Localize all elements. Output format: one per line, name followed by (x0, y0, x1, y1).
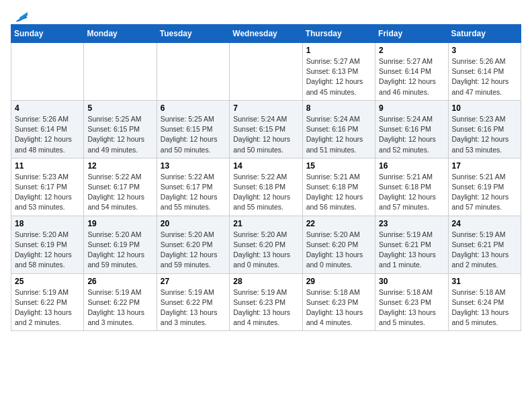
calendar-table: SundayMondayTuesdayWednesdayThursdayFrid… (11, 24, 521, 331)
day-number: 10 (452, 103, 517, 113)
day-info: Sunrise: 5:25 AM Sunset: 6:15 PM Dayligh… (161, 114, 226, 155)
day-number: 16 (379, 161, 444, 171)
day-info: Sunrise: 5:19 AM Sunset: 6:21 PM Dayligh… (452, 230, 517, 271)
day-info: Sunrise: 5:24 AM Sunset: 6:16 PM Dayligh… (306, 114, 371, 155)
day-number: 6 (161, 103, 226, 113)
day-info: Sunrise: 5:19 AM Sunset: 6:22 PM Dayligh… (15, 287, 80, 328)
calendar-day-cell: 24Sunrise: 5:19 AM Sunset: 6:21 PM Dayli… (448, 216, 521, 273)
day-info: Sunrise: 5:22 AM Sunset: 6:17 PM Dayligh… (161, 172, 226, 213)
day-number: 5 (87, 103, 152, 113)
day-number: 14 (233, 161, 298, 171)
day-info: Sunrise: 5:23 AM Sunset: 6:16 PM Dayligh… (452, 114, 517, 155)
day-info: Sunrise: 5:18 AM Sunset: 6:23 PM Dayligh… (379, 287, 444, 328)
calendar-day-cell: 23Sunrise: 5:19 AM Sunset: 6:21 PM Dayli… (375, 216, 448, 273)
day-number: 21 (233, 219, 298, 228)
day-number: 12 (87, 161, 152, 171)
calendar-day-cell: 6Sunrise: 5:25 AM Sunset: 6:15 PM Daylig… (157, 100, 229, 158)
day-number: 27 (161, 277, 226, 286)
calendar-day-cell: 5Sunrise: 5:25 AM Sunset: 6:15 PM Daylig… (84, 100, 157, 158)
calendar-week-row: 25Sunrise: 5:19 AM Sunset: 6:22 PM Dayli… (11, 273, 521, 331)
calendar-day-cell: 8Sunrise: 5:24 AM Sunset: 6:16 PM Daylig… (302, 100, 375, 158)
calendar-day-cell: 28Sunrise: 5:19 AM Sunset: 6:23 PM Dayli… (230, 273, 302, 331)
day-number: 7 (233, 103, 298, 113)
calendar-week-row: 1Sunrise: 5:27 AM Sunset: 6:13 PM Daylig… (11, 43, 521, 101)
weekday-header: Tuesday (157, 25, 229, 43)
calendar-day-cell: 2Sunrise: 5:27 AM Sunset: 6:14 PM Daylig… (375, 43, 448, 101)
day-info: Sunrise: 5:21 AM Sunset: 6:18 PM Dayligh… (306, 172, 371, 213)
day-number: 30 (379, 277, 444, 286)
day-info: Sunrise: 5:19 AM Sunset: 6:23 PM Dayligh… (233, 287, 298, 328)
day-info: Sunrise: 5:24 AM Sunset: 6:15 PM Dayligh… (233, 114, 298, 155)
day-number: 11 (15, 161, 80, 171)
day-info: Sunrise: 5:18 AM Sunset: 6:24 PM Dayligh… (452, 287, 517, 328)
calendar-day-cell: 22Sunrise: 5:20 AM Sunset: 6:20 PM Dayli… (302, 216, 375, 273)
calendar-week-row: 11Sunrise: 5:23 AM Sunset: 6:17 PM Dayli… (11, 158, 521, 216)
calendar-day-cell: 15Sunrise: 5:21 AM Sunset: 6:18 PM Dayli… (302, 158, 375, 216)
calendar-day-cell: 4Sunrise: 5:26 AM Sunset: 6:14 PM Daylig… (11, 100, 84, 158)
day-info: Sunrise: 5:21 AM Sunset: 6:18 PM Dayligh… (379, 172, 444, 213)
day-number: 31 (452, 277, 517, 286)
day-info: Sunrise: 5:26 AM Sunset: 6:14 PM Dayligh… (452, 56, 517, 97)
calendar-day-cell: 11Sunrise: 5:23 AM Sunset: 6:17 PM Dayli… (11, 158, 84, 216)
day-info: Sunrise: 5:20 AM Sunset: 6:19 PM Dayligh… (87, 230, 152, 271)
day-number: 15 (306, 161, 371, 171)
weekday-header: Friday (375, 25, 448, 43)
day-number: 4 (15, 103, 80, 113)
day-number: 29 (306, 277, 371, 286)
day-info: Sunrise: 5:27 AM Sunset: 6:13 PM Dayligh… (306, 56, 371, 97)
calendar-day-cell: 1Sunrise: 5:27 AM Sunset: 6:13 PM Daylig… (302, 43, 375, 101)
calendar-day-cell: 20Sunrise: 5:20 AM Sunset: 6:20 PM Dayli… (157, 216, 229, 273)
weekday-header: Sunday (11, 25, 84, 43)
day-number: 24 (452, 219, 517, 228)
day-info: Sunrise: 5:25 AM Sunset: 6:15 PM Dayligh… (87, 114, 152, 155)
day-info: Sunrise: 5:26 AM Sunset: 6:14 PM Dayligh… (15, 114, 80, 155)
calendar-day-cell: 27Sunrise: 5:19 AM Sunset: 6:22 PM Dayli… (157, 273, 229, 331)
calendar-day-cell: 25Sunrise: 5:19 AM Sunset: 6:22 PM Dayli… (11, 273, 84, 331)
day-info: Sunrise: 5:19 AM Sunset: 6:22 PM Dayligh… (87, 287, 152, 328)
day-number: 3 (452, 46, 517, 55)
calendar-day-cell: 19Sunrise: 5:20 AM Sunset: 6:19 PM Dayli… (84, 216, 157, 273)
day-info: Sunrise: 5:22 AM Sunset: 6:18 PM Dayligh… (233, 172, 298, 213)
weekday-header: Saturday (448, 25, 521, 43)
calendar-day-cell: 26Sunrise: 5:19 AM Sunset: 6:22 PM Dayli… (84, 273, 157, 331)
calendar-day-cell: 3Sunrise: 5:26 AM Sunset: 6:14 PM Daylig… (448, 43, 521, 101)
calendar-day-cell: 29Sunrise: 5:18 AM Sunset: 6:23 PM Dayli… (302, 273, 375, 331)
day-number: 19 (87, 219, 152, 228)
logo-icon (13, 9, 28, 21)
calendar-week-row: 18Sunrise: 5:20 AM Sunset: 6:19 PM Dayli… (11, 216, 521, 273)
day-number: 20 (161, 219, 226, 228)
day-number: 1 (306, 46, 371, 55)
calendar-day-cell: 13Sunrise: 5:22 AM Sunset: 6:17 PM Dayli… (157, 158, 229, 216)
day-info: Sunrise: 5:22 AM Sunset: 6:17 PM Dayligh… (87, 172, 152, 213)
day-info: Sunrise: 5:27 AM Sunset: 6:14 PM Dayligh… (379, 56, 444, 97)
day-info: Sunrise: 5:20 AM Sunset: 6:20 PM Dayligh… (161, 230, 226, 271)
day-number: 2 (379, 46, 444, 55)
day-info: Sunrise: 5:23 AM Sunset: 6:17 PM Dayligh… (15, 172, 80, 213)
weekday-header: Wednesday (230, 25, 302, 43)
day-info: Sunrise: 5:19 AM Sunset: 6:22 PM Dayligh… (161, 287, 226, 328)
calendar-day-cell: 14Sunrise: 5:22 AM Sunset: 6:18 PM Dayli… (230, 158, 302, 216)
calendar-day-cell: 12Sunrise: 5:22 AM Sunset: 6:17 PM Dayli… (84, 158, 157, 216)
day-info: Sunrise: 5:19 AM Sunset: 6:21 PM Dayligh… (379, 230, 444, 271)
day-info: Sunrise: 5:20 AM Sunset: 6:19 PM Dayligh… (15, 230, 80, 271)
day-info: Sunrise: 5:21 AM Sunset: 6:19 PM Dayligh… (452, 172, 517, 213)
day-number: 23 (379, 219, 444, 228)
day-info: Sunrise: 5:20 AM Sunset: 6:20 PM Dayligh… (306, 230, 371, 271)
calendar-day-cell: 10Sunrise: 5:23 AM Sunset: 6:16 PM Dayli… (448, 100, 521, 158)
day-number: 22 (306, 219, 371, 228)
logo (11, 11, 28, 19)
calendar-header-row: SundayMondayTuesdayWednesdayThursdayFrid… (11, 25, 521, 43)
calendar-day-cell (84, 43, 157, 101)
calendar-day-cell: 18Sunrise: 5:20 AM Sunset: 6:19 PM Dayli… (11, 216, 84, 273)
day-number: 8 (306, 103, 371, 113)
calendar-day-cell: 16Sunrise: 5:21 AM Sunset: 6:18 PM Dayli… (375, 158, 448, 216)
calendar-day-cell (230, 43, 302, 101)
calendar-day-cell (157, 43, 229, 101)
day-number: 28 (233, 277, 298, 286)
calendar-day-cell: 30Sunrise: 5:18 AM Sunset: 6:23 PM Dayli… (375, 273, 448, 331)
day-info: Sunrise: 5:18 AM Sunset: 6:23 PM Dayligh… (306, 287, 371, 328)
calendar-day-cell: 21Sunrise: 5:20 AM Sunset: 6:20 PM Dayli… (230, 216, 302, 273)
calendar-day-cell: 7Sunrise: 5:24 AM Sunset: 6:15 PM Daylig… (230, 100, 302, 158)
day-number: 25 (15, 277, 80, 286)
day-number: 17 (452, 161, 517, 171)
